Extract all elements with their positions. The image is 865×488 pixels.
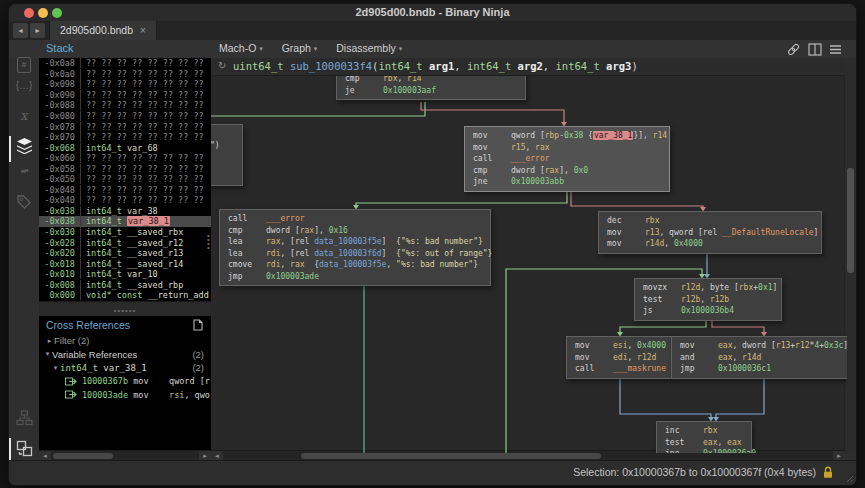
instruction-line[interactable]: cmpdword [rax], 0x0 <box>473 165 661 177</box>
symbols-icon[interactable]: # <box>9 54 39 73</box>
graph-node-block-loop-inc[interactable]: incrbxtesteax, eaxjne0x1000036a0 <box>656 421 752 453</box>
stack-value: ?? ?? ?? ?? ?? ?? ?? ?? <box>80 122 211 132</box>
instruction-line[interactable]: cmoverdi, rax {data_100003f5e, "%s: bad … <box>228 259 482 271</box>
stack-row[interactable]: -0x080?? ?? ?? ?? ?? ?? ?? ?? <box>39 111 211 122</box>
instruction-line[interactable]: jne0x100003abb <box>473 176 661 188</box>
graph-node-block-cmp-je[interactable]: cmprbx, r14je0x100003aaf <box>336 75 526 100</box>
instruction-line[interactable] <box>211 128 234 140</box>
stack-row[interactable]: -0x098?? ?? ?? ?? ?? ?? ?? ?? <box>39 79 211 90</box>
lock-icon[interactable] <box>822 466 834 479</box>
instruction-line[interactable]: jmp0x100003ade <box>228 271 482 283</box>
stack-row[interactable]: -0x010int64_t var_10 <box>39 269 211 280</box>
instruction-line[interactable]: movzxr12d, byte [rbx+0x1] <box>643 282 773 294</box>
stack-row[interactable]: -0x090?? ?? ?? ?? ?? ?? ?? ?? <box>39 90 211 101</box>
nav-back-button[interactable]: ◂ <box>13 23 28 38</box>
menu-view-type[interactable]: Graph ▾ <box>282 42 318 54</box>
instruction-line[interactable]: jne0x1000036a0 <box>665 448 743 453</box>
stack-row[interactable]: -0x070?? ?? ?? ?? ?? ?? ?? ?? <box>39 132 211 143</box>
graph-node-block-runelocale[interactable]: decrbxmovr13, qword [rel __DefaultRuneLo… <box>598 211 822 254</box>
stack-row[interactable]: -0x0a0?? ?? ?? ?? ?? ?? ?? ?? <box>39 69 211 80</box>
graph-node-block-table-lookup[interactable]: moveax, dword [r13+r12*4+0x3c]andeax, r1… <box>671 336 847 379</box>
instruction-line[interactable]: leardi, [rel data_100003f6d] {"%s: out o… <box>228 248 482 260</box>
link-sync-icon[interactable] <box>786 42 801 57</box>
scrollbar-thumb[interactable] <box>53 453 113 459</box>
code-token: ], <box>559 166 573 175</box>
outline-icon[interactable] <box>9 410 39 430</box>
vertical-splitter-handle[interactable]: •••• <box>207 234 210 250</box>
instruction-line[interactable]: js0x1000036b4 <box>643 305 773 317</box>
stack-row[interactable]: -0x038int64_t var_38 <box>39 206 211 217</box>
split-view-icon[interactable] <box>808 43 822 56</box>
stack-icon[interactable] <box>9 138 39 158</box>
instruction-line[interactable]: cmpdword [rax], 0x16 <box>228 225 482 237</box>
stack-row[interactable]: -0x0a8?? ?? ?? ?? ?? ?? ?? ?? <box>39 58 211 69</box>
stack-row[interactable]: -0x088?? ?? ?? ?? ?? ?? ?? ?? <box>39 100 211 111</box>
graph-node-block-partial-left[interactable]: ") <box>211 124 243 186</box>
instruction-line[interactable]: cmprbx, r14 <box>345 75 517 85</box>
graph-node-block-bad-number[interactable]: call___errorcmpdword [rax], 0x16learax, … <box>219 209 491 286</box>
stack-row[interactable]: -0x058?? ?? ?? ?? ?? ?? ?? ?? <box>39 163 211 174</box>
xref-item[interactable]: 100003ade mov rsi, qwo <box>39 388 211 402</box>
stack-row[interactable]: -0x030int64_t __saved_rbx <box>39 227 211 238</box>
tab-document[interactable]: 2d905d00.bndb× <box>49 21 157 40</box>
strings-icon[interactable]: ❝❞ <box>9 168 39 178</box>
stack-row[interactable]: -0x008int64_t __saved_rbp <box>39 279 211 290</box>
code-token: var_38 <box>127 206 158 216</box>
instruction-line[interactable]: call___maskrune <box>575 363 663 375</box>
xrefs-filter-row[interactable]: ▸Filter (2) <box>39 334 211 348</box>
stack-row[interactable]: 0x000void* const __return_add <box>39 290 211 301</box>
hamburger-menu-icon[interactable] <box>829 44 842 55</box>
stack-row[interactable]: -0x028int64_t __saved_r12 <box>39 237 211 248</box>
instruction-line[interactable]: call___error <box>228 213 482 225</box>
instruction-line[interactable]: ") <box>211 140 234 152</box>
instruction-line[interactable]: jmp0x1000036c1 <box>680 363 842 375</box>
stack-row[interactable]: -0x060?? ?? ?? ?? ?? ?? ?? ?? <box>39 153 211 164</box>
graph-canvas[interactable]: cmprbx, r14je0x100003aaf")movqword [rbp-… <box>211 75 847 453</box>
tags-icon[interactable] <box>9 194 39 214</box>
graph-node-block-error-check[interactable]: movqword [rbp-0x38 {var_38_1}], r14movr1… <box>464 126 670 192</box>
graph-node-block-maskrune[interactable]: movesi, 0x4000movedi, r12dcall___maskrun… <box>566 336 672 379</box>
tab-close-icon[interactable]: × <box>140 25 146 36</box>
stack-row-selected[interactable]: -0x038int64_t var_38_1 <box>39 216 211 227</box>
instruction-line[interactable]: movesi, 0x4000 <box>575 340 663 352</box>
code-token: , byte [ <box>700 283 739 292</box>
menu-loader[interactable]: Mach-O ▾ <box>219 42 263 54</box>
instruction-line[interactable]: testeax, eax <box>665 437 743 449</box>
instruction-line[interactable]: moveax, dword [r13+r12*4+0x3c] <box>680 340 842 352</box>
scrollbar-thumb[interactable] <box>847 168 854 273</box>
scrollbar-thumb[interactable] <box>301 453 601 459</box>
instruction-line[interactable]: incrbx <box>665 425 743 437</box>
instruction-line[interactable]: movr15, rax <box>473 142 661 154</box>
refresh-icon[interactable]: ↻ <box>218 60 226 71</box>
types-icon[interactable]: {…} <box>9 80 39 91</box>
instruction-line[interactable]: movqword [rbp-0x38 {var_38_1}], r14 <box>473 130 661 142</box>
stack-row[interactable]: -0x078?? ?? ?? ?? ?? ?? ?? ?? <box>39 121 211 132</box>
instruction-line[interactable]: call___error <box>473 153 661 165</box>
code-token: , <box>717 438 727 447</box>
nav-forward-button[interactable]: ▸ <box>30 23 45 38</box>
resize-grip[interactable] <box>844 473 854 483</box>
graph-node-block-movzx[interactable]: movzxr12d, byte [rbx+0x1]testr12b, r12bj… <box>634 278 782 321</box>
instruction-line[interactable]: decrbx <box>607 215 813 227</box>
instruction-line[interactable]: learax, [rel data_100003f5e] {"%s: bad n… <box>228 236 482 248</box>
graph-overview-icon[interactable] <box>9 440 39 461</box>
xref-item[interactable]: 10000367b mov qword [r <box>39 375 211 389</box>
instruction-line[interactable]: movr14d, 0x4000 <box>607 238 813 250</box>
instruction-line[interactable]: movedi, r12d <box>575 352 663 364</box>
code-token: data_100003f6d <box>314 249 381 258</box>
document-icon[interactable] <box>193 319 203 331</box>
instruction-line[interactable]: andeax, r14d <box>680 352 842 364</box>
xrefs-group-var-38-1[interactable]: ▾int64_t var_38_1(2) <box>39 361 211 375</box>
variables-icon[interactable]: x <box>9 108 39 123</box>
xrefs-group-variable-references[interactable]: ▾Variable References(2) <box>39 348 211 362</box>
stack-row[interactable]: -0x050?? ?? ?? ?? ?? ?? ?? ?? <box>39 174 211 185</box>
menu-il-level[interactable]: Disassembly ▾ <box>336 42 402 54</box>
instruction-line[interactable]: testr12b, r12b <box>643 294 773 306</box>
stack-row[interactable]: -0x068int64_t var_68 <box>39 142 211 153</box>
stack-row[interactable]: -0x020int64_t __saved_r13 <box>39 248 211 259</box>
instruction-line[interactable]: je0x100003aaf <box>345 85 517 97</box>
stack-row[interactable]: -0x048?? ?? ?? ?? ?? ?? ?? ?? <box>39 185 211 196</box>
stack-row[interactable]: -0x040?? ?? ?? ?? ?? ?? ?? ?? <box>39 195 211 206</box>
stack-row[interactable]: -0x018int64_t __saved_r14 <box>39 258 211 269</box>
instruction-line[interactable]: movr13, qword [rel __DefaultRuneLocale] <box>607 227 813 239</box>
